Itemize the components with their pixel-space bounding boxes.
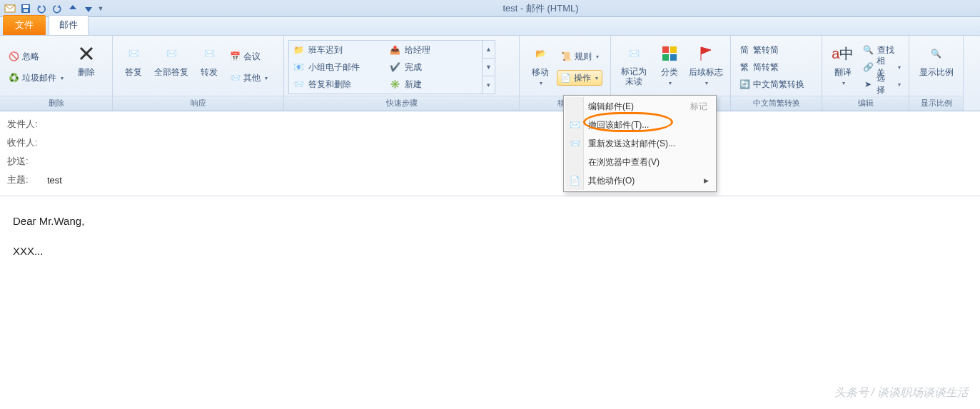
- reply-delete-icon: 📨: [293, 79, 304, 89]
- reply-all-button[interactable]: ✉️全部答复: [150, 39, 193, 96]
- recall-icon: ✉️: [569, 119, 580, 131]
- gallery-more-icon[interactable]: ▾: [483, 76, 495, 94]
- tab-mail[interactable]: 邮件: [49, 15, 89, 35]
- categorize-button[interactable]: 分类▾: [653, 39, 685, 96]
- save-icon[interactable]: [19, 1, 33, 16]
- other-respond-button[interactable]: 📨其他▾: [226, 70, 271, 86]
- undo-icon[interactable]: [34, 1, 49, 16]
- rules-label: 规则: [575, 51, 592, 63]
- translate-button[interactable]: a中翻译▾: [827, 39, 859, 96]
- quickstep-label: 班车迟到: [308, 44, 343, 56]
- convert-label: 中文简繁转换: [753, 79, 804, 91]
- ignore-button[interactable]: 🚫忽略: [4, 49, 67, 64]
- chevron-down-icon: ▾: [705, 80, 708, 86]
- flag-icon: [694, 42, 717, 65]
- reply-button[interactable]: ✉️答复: [117, 39, 150, 96]
- mail-icon[interactable]: [3, 1, 17, 16]
- dd-resend-message[interactable]: 📨重新发送这封邮件(S)...: [565, 134, 714, 153]
- convert-button[interactable]: 🔄中文简繁转换: [735, 76, 808, 92]
- meeting-button[interactable]: 📅会议: [226, 49, 271, 64]
- from-value: [47, 117, 176, 131]
- gallery-controls: ▲ ▼ ▾: [482, 41, 495, 94]
- quickstep-item[interactable]: 📤给经理: [388, 42, 479, 58]
- quickstep-item[interactable]: 📨答复和删除: [292, 76, 383, 92]
- dd-label: 编辑邮件(E): [588, 101, 634, 113]
- svg-rect-7: [670, 54, 677, 61]
- gallery-down-icon[interactable]: ▼: [483, 59, 495, 76]
- resend-icon: 📨: [569, 138, 580, 149]
- forward-icon: ✉️: [198, 42, 221, 65]
- group-respond: ✉️答复 ✉️全部答复 ✉️转发 📅会议 📨其他▾ 响应: [113, 36, 284, 111]
- rules-icon: 📜: [560, 51, 572, 62]
- dd-edit-message[interactable]: 编辑邮件(E)标记: [565, 97, 714, 116]
- group-delete: 🚫忽略 ♻️垃圾邮件▾ 删除 删除: [0, 36, 113, 111]
- quickstep-item[interactable]: ✳️新建: [388, 76, 479, 92]
- categorize-label: 分类: [661, 66, 678, 79]
- subject-value: test: [47, 175, 62, 186]
- move-button[interactable]: 📂移动▾: [524, 39, 557, 96]
- categorize-icon: [658, 42, 681, 65]
- group-quicksteps: 📁班车迟到 📧小组电子邮件 📨答复和删除 📤给经理 ✔️完成 ✳️新建 ▲ ▼ …: [284, 36, 520, 111]
- quickstep-item[interactable]: 📁班车迟到: [292, 42, 383, 58]
- quickstep-label: 答复和删除: [308, 79, 351, 91]
- chevron-down-icon: ▾: [596, 54, 599, 60]
- redo-icon[interactable]: [50, 1, 64, 16]
- group-delete-title: 删除: [0, 96, 112, 111]
- group-edit-title: 编辑: [822, 96, 909, 111]
- ribbon-tabs: 文件 邮件: [0, 17, 980, 36]
- tab-ghost-2: [128, 15, 168, 35]
- find-label: 查找: [877, 44, 894, 56]
- mark-unread-button[interactable]: ✉️标记为未读: [615, 39, 653, 96]
- dd-label: 在浏览器中查看(V): [588, 156, 660, 168]
- tab-ghost-3: [168, 15, 208, 35]
- dd-label: 其他动作(O): [588, 175, 635, 187]
- to-manager-icon: 📤: [390, 45, 400, 55]
- s2t-icon: 繁: [739, 61, 750, 73]
- s2t-button[interactable]: 繁简转繁: [735, 59, 808, 75]
- meeting-label: 会议: [243, 51, 261, 63]
- quickstep-label: 小组电子邮件: [308, 61, 360, 74]
- dd-view-in-browser[interactable]: 在浏览器中查看(V): [565, 153, 714, 171]
- dd-recall-message[interactable]: ✉️撤回该邮件(T)...: [565, 116, 714, 134]
- group-zoom: 🔍显示比例 显示比例: [909, 36, 964, 111]
- quickstep-item[interactable]: ✔️完成: [388, 59, 479, 75]
- t2s-icon: 简: [739, 44, 750, 56]
- followup-button[interactable]: 后续标志▾: [685, 39, 726, 96]
- dd-other-actions[interactable]: 📄其他动作(O)▶: [565, 171, 714, 190]
- translate-label: 翻译: [834, 66, 852, 79]
- actions-dropdown: 编辑邮件(E)标记 ✉️撤回该邮件(T)... 📨重新发送这封邮件(S)... …: [563, 95, 717, 192]
- done-icon: ✔️: [390, 62, 400, 72]
- forward-button[interactable]: ✉️转发: [193, 39, 226, 96]
- reply-icon: ✉️: [122, 42, 145, 65]
- select-label: 选择: [877, 72, 894, 96]
- chevron-down-icon: ▾: [595, 75, 598, 81]
- group-mail-icon: 📧: [293, 62, 304, 72]
- other-respond-icon: 📨: [229, 72, 241, 84]
- prev-item-icon[interactable]: [66, 1, 80, 16]
- quickstep-label: 完成: [405, 61, 422, 74]
- t2s-label: 繁转简: [753, 44, 779, 56]
- quickstep-label: 给经理: [405, 44, 430, 56]
- select-button[interactable]: ➤选择▾: [859, 76, 904, 92]
- mail-body: Dear Mr.Wang, XXX...: [0, 196, 980, 382]
- qat-customize-icon[interactable]: ▼: [97, 5, 104, 12]
- chevron-down-icon: ▾: [898, 64, 901, 71]
- junk-button[interactable]: ♻️垃圾邮件▾: [4, 70, 67, 86]
- quick-access-toolbar: ▼: [3, 1, 104, 16]
- group-chinese: 简繁转简 繁简转繁 🔄中文简繁转换 中文简繁转换: [731, 36, 822, 111]
- zoom-button[interactable]: 🔍显示比例: [914, 39, 959, 96]
- other-actions-icon: 📄: [569, 175, 580, 186]
- actions-icon: 📄: [560, 73, 571, 83]
- group-respond-title: 响应: [113, 96, 283, 111]
- quickstep-item[interactable]: 📧小组电子邮件: [292, 59, 383, 75]
- gallery-up-icon[interactable]: ▲: [483, 41, 495, 59]
- chevron-down-icon: ▾: [265, 75, 268, 81]
- next-item-icon[interactable]: [81, 1, 96, 16]
- body-line: Dear Mr.Wang,: [13, 206, 967, 236]
- delete-button[interactable]: 删除: [70, 39, 103, 96]
- rules-button[interactable]: 📜规则▾: [557, 49, 602, 64]
- tab-file[interactable]: 文件: [3, 15, 46, 35]
- actions-button[interactable]: 📄操作▾: [557, 70, 602, 86]
- t2s-button[interactable]: 简繁转简: [735, 42, 808, 58]
- to-label: 收件人:: [7, 136, 47, 149]
